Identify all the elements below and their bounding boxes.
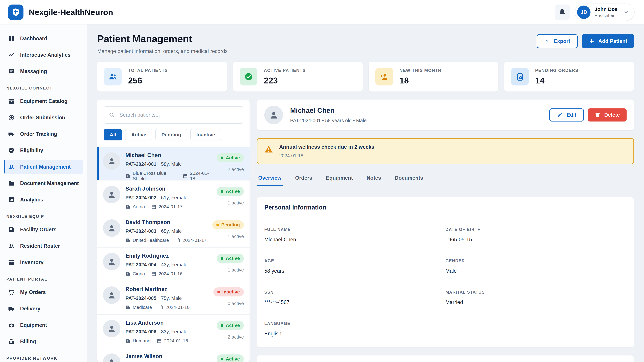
sidebar-item-inventory[interactable]: Inventory: [4, 255, 83, 270]
truck-icon: [8, 305, 15, 312]
patient-age-sex: 33y, Female: [161, 329, 187, 335]
field-language: LANGUAGEEnglish: [264, 321, 446, 337]
receipt-icon: [8, 226, 15, 233]
avatar: [103, 253, 120, 270]
delete-button[interactable]: Delete: [588, 108, 626, 121]
plus-circle-icon: [8, 114, 15, 121]
archive-icon: [8, 259, 15, 266]
stat-value: 223: [264, 76, 306, 85]
sidebar-item-label: Inventory: [20, 259, 44, 266]
insurance-tag: Aetna: [126, 204, 145, 210]
stat-card-new-this-month: NEW THIS MONTH18: [368, 62, 498, 91]
patient-row-david-thompson[interactable]: David ThompsonPAT-2024-00365y, MaleUnite…: [97, 214, 250, 247]
building-icon: [126, 271, 130, 276]
shield-plus-icon: [8, 4, 24, 20]
user-menu[interactable]: JD John Doe Prescriber: [575, 3, 634, 21]
patient-row-emily-rodriguez[interactable]: Emily RodriguezPAT-2024-00443y, FemaleCi…: [97, 247, 250, 281]
sidebar-item-label: Resident Roster: [20, 243, 60, 249]
export-button[interactable]: Export: [537, 34, 578, 48]
stat-value: 256: [128, 76, 168, 85]
field-value: 58 years: [264, 268, 446, 274]
patient-name: David Thompson: [126, 219, 207, 225]
sidebar-item-resident-roster[interactable]: Resident Roster: [4, 239, 83, 253]
patient-name: Robert Martinez: [126, 286, 208, 293]
patient-row-robert-martinez[interactable]: Robert MartinezPAT-2024-00575y, MaleMedi…: [97, 281, 250, 314]
notifications-button[interactable]: [554, 4, 570, 20]
sidebar-item-order-tracking[interactable]: Order Tracking: [4, 127, 83, 141]
person-icon: [107, 156, 116, 166]
sidebar-item-delivery[interactable]: Delivery: [4, 302, 83, 316]
filter-all[interactable]: All: [104, 129, 122, 140]
active-orders-count: 1 active: [228, 234, 244, 239]
chat-icon: [8, 68, 15, 75]
sidebar-item-patient-management[interactable]: Patient Management: [4, 160, 83, 174]
personal-information-fields: FULL NAMEMichael ChenDATE OF BIRTH1965-0…: [257, 218, 634, 347]
patient-row-michael-chen[interactable]: Michael ChenPAT-2024-00158y, MaleBlue Cr…: [97, 147, 250, 180]
patient-row-james-wilson[interactable]: James WilsonPAT-2024-007Active: [97, 348, 250, 362]
date-tag: 2024-01-18: [183, 171, 212, 181]
patient-name: James Wilson: [126, 353, 212, 360]
sidebar-item-equipment-catalog[interactable]: Equipment Catalog: [4, 94, 83, 108]
sidebar-item-label: Billing: [20, 339, 36, 345]
tab-overview[interactable]: Overview: [257, 175, 283, 186]
stat-card-pending-orders: PENDING ORDERS14: [504, 62, 634, 91]
card-title: Personal Information: [264, 204, 626, 211]
patient-row-sarah-johnson[interactable]: Sarah JohnsonPAT-2024-00251y, FemaleAetn…: [97, 180, 250, 214]
sidebar-item-analytics[interactable]: Analytics: [4, 193, 83, 207]
alert-title: Annual wellness check due in 2 weeks: [279, 144, 374, 150]
download-icon: [544, 38, 550, 44]
personal-information-card: Personal Information FULL NAMEMichael Ch…: [257, 197, 634, 347]
sidebar-item-interactive-analytics[interactable]: Interactive Analytics: [4, 48, 83, 62]
sidebar-item-eligibility[interactable]: Eligibility: [4, 143, 83, 158]
person-icon: [107, 223, 116, 233]
patient-row-lisa-anderson[interactable]: Lisa AndersonPAT-2024-00633y, FemaleHuma…: [97, 314, 250, 348]
status-filters: AllActivePendingInactive: [104, 129, 243, 140]
status-badge: Inactive: [213, 287, 244, 297]
add-patient-button[interactable]: Add Patient: [582, 34, 634, 48]
tab-notes[interactable]: Notes: [365, 175, 382, 186]
sidebar-item-label: Interactive Analytics: [20, 52, 70, 58]
wellness-alert-banner: Annual wellness check due in 2 weeks 202…: [257, 138, 634, 164]
sidebar-item-label: Order Tracking: [20, 131, 57, 137]
calendar-icon: [151, 204, 156, 209]
user-name: John Doe: [594, 6, 618, 12]
person-icon: [107, 324, 116, 333]
sidebar-item-facility-orders[interactable]: Facility Orders: [4, 223, 83, 237]
person-icon: [269, 110, 279, 120]
filter-active[interactable]: Active: [125, 129, 152, 140]
avatar: [103, 186, 120, 203]
tab-orders[interactable]: Orders: [294, 175, 314, 186]
trend-icon: [8, 52, 15, 58]
field-ssn: SSN***-**-4567: [264, 290, 446, 305]
active-orders-count: 2 active: [228, 167, 244, 172]
filter-inactive[interactable]: Inactive: [190, 129, 221, 140]
warning-icon: [264, 145, 273, 154]
patient-id: PAT-2024-006: [126, 329, 156, 335]
sidebar-item-messaging[interactable]: Messaging: [4, 64, 83, 78]
sidebar-item-billing[interactable]: Billing: [4, 335, 83, 349]
search-input[interactable]: [104, 106, 243, 124]
filter-pending[interactable]: Pending: [155, 129, 187, 140]
patient-id: PAT-2024-004: [126, 262, 156, 268]
edit-button[interactable]: Edit: [550, 108, 584, 121]
sidebar-item-dashboard[interactable]: Dashboard: [4, 31, 83, 45]
bank-icon: [8, 338, 15, 345]
sidebar-item-order-submission[interactable]: Order Submission: [4, 111, 83, 125]
sidebar-item-document-management[interactable]: Document Management: [4, 176, 83, 190]
date-tag: 2024-01-10: [158, 305, 190, 310]
tab-documents[interactable]: Documents: [394, 175, 424, 186]
field-label: AGE: [264, 258, 446, 263]
avatar: [103, 286, 120, 304]
avatar: JD: [577, 5, 590, 19]
people-icon: [8, 164, 15, 170]
people-icon: [8, 243, 15, 249]
check-circle-icon: [240, 68, 258, 85]
sidebar-item-label: Patient Management: [20, 164, 70, 170]
sidebar-item-my-orders[interactable]: My Orders: [4, 285, 83, 299]
sidebar-item-equipment[interactable]: Equipment: [4, 318, 83, 332]
tab-equipment[interactable]: Equipment: [325, 175, 354, 186]
person-icon: [107, 190, 116, 199]
stat-label: PENDING ORDERS: [535, 68, 578, 73]
status-badge: Active: [217, 254, 244, 263]
patient-name: Lisa Anderson: [126, 320, 212, 326]
